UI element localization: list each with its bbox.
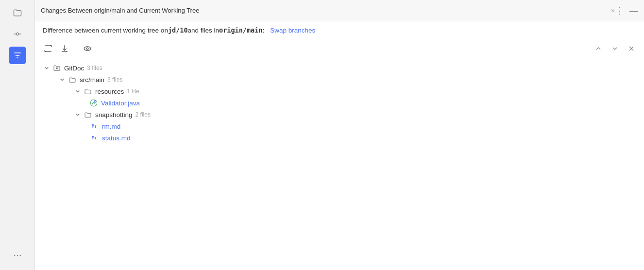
info-middle: and files in <box>188 27 220 34</box>
tree-row-resources[interactable]: resources 1 file <box>35 85 644 97</box>
main-panel: Changes Between origin/main and Current … <box>35 0 644 270</box>
gitdoc-name: GitDoc <box>64 65 84 72</box>
svg-point-12 <box>86 48 88 50</box>
rm-md-link[interactable]: rm.md <box>102 123 120 130</box>
svg-point-8 <box>19 255 21 256</box>
toolbar-divider <box>76 44 76 53</box>
tree-row-srcmain[interactable]: src/main 3 files <box>35 74 644 85</box>
tree-row-snapshotting[interactable]: snapshotting 2 files <box>35 109 644 120</box>
snapshotting-count: 2 files <box>136 111 151 118</box>
close-panel-button[interactable] <box>625 42 638 55</box>
srcmain-count: 3 files <box>107 76 122 83</box>
window-title: Changes Between origin/main and Current … <box>41 7 607 14</box>
tree-row-rm-md[interactable]: M↓ rm.md <box>35 120 644 132</box>
info-prefix: Difference between current working tree … <box>43 27 168 34</box>
gitdoc-count: 3 files <box>87 65 102 71</box>
chevron-srcmain <box>58 76 66 84</box>
view-button[interactable] <box>80 42 95 55</box>
window-controls: ⋮ — <box>615 6 638 15</box>
tree-row-gitdoc[interactable]: GitDoc 3 files <box>35 62 644 74</box>
validator-java-link[interactable]: Validator.java <box>101 100 140 107</box>
download-button[interactable] <box>57 42 72 55</box>
collapse-all-button[interactable] <box>592 42 605 55</box>
info-bar: Difference between current working tree … <box>35 21 644 39</box>
resources-count: 1 file <box>127 88 139 95</box>
toolbar <box>35 39 644 58</box>
sidebar-commit-icon[interactable] <box>9 25 26 43</box>
resources-name: resources <box>95 88 124 95</box>
folder-resources-icon <box>84 87 92 96</box>
file-tree: GitDoc 3 files src/main 3 files <box>35 58 644 270</box>
status-md-link[interactable]: status.md <box>102 135 131 142</box>
window-close-button[interactable]: × <box>611 7 615 15</box>
md-file-icon-rm: M↓ <box>89 122 99 131</box>
sidebar-folder-icon[interactable] <box>9 4 26 21</box>
tree-row-validator-java[interactable]: Validator.java <box>35 97 644 109</box>
sidebar-more-icon[interactable] <box>9 247 26 264</box>
srcmain-name: src/main <box>80 76 104 84</box>
title-bar: Changes Between origin/main and Current … <box>35 0 644 21</box>
chevron-gitdoc <box>43 64 51 72</box>
branch1-name: jd/10 <box>168 26 188 34</box>
chevron-snapshotting <box>74 111 82 118</box>
info-suffix: : <box>263 27 265 34</box>
branch2-name: origin/main <box>219 26 262 34</box>
svg-point-7 <box>17 255 18 256</box>
tree-row-status-md[interactable]: M↓ status.md <box>35 132 644 144</box>
minimize-button[interactable]: — <box>629 6 638 15</box>
folder-snapshotting-icon <box>84 110 92 119</box>
svg-point-6 <box>14 255 15 256</box>
swap-branches-link[interactable]: Swap branches <box>270 27 315 34</box>
toolbar-right <box>592 42 638 55</box>
svg-point-0 <box>16 33 18 35</box>
swap-sides-button[interactable] <box>41 42 55 55</box>
chevron-resources <box>74 87 82 95</box>
more-options-button[interactable]: ⋮ <box>615 6 624 15</box>
expand-all-button[interactable] <box>608 42 622 55</box>
md-file-icon-status: M↓ <box>89 134 99 142</box>
repo-icon <box>52 64 61 72</box>
svg-point-11 <box>84 46 91 50</box>
snapshotting-name: snapshotting <box>95 111 133 118</box>
svg-rect-15 <box>56 68 58 69</box>
folder-srcmain-icon <box>68 75 77 84</box>
java-file-icon <box>89 99 98 107</box>
sidebar-filter-icon[interactable] <box>9 47 26 64</box>
sidebar <box>0 0 35 270</box>
